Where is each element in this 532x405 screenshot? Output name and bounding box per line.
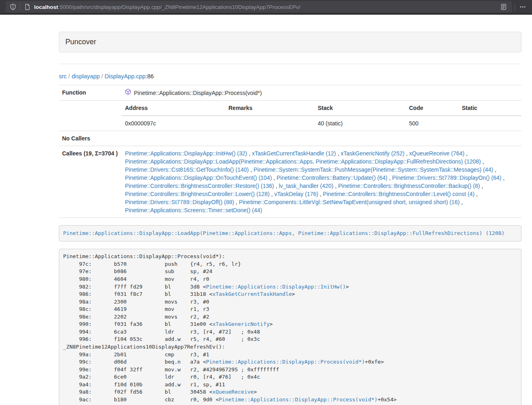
- callers-row-label: No Callers: [59, 131, 122, 146]
- code-value: 500: [406, 116, 459, 131]
- callee-link[interactable]: Pinetime::Applications::Screens::Timer::…: [125, 207, 262, 213]
- metrics-data-row: 0x0000097c 40 (static) 500: [122, 116, 521, 131]
- page-container: Puncover src / displayapp / DisplayApp.c…: [59, 32, 521, 405]
- col-header-address: Address: [122, 101, 225, 116]
- col-header-stack: Stack: [314, 101, 406, 116]
- callee-link[interactable]: vTaskDelay (176): [274, 191, 318, 197]
- function-name: Pinetime::Applications::DisplayApp::Proc…: [134, 89, 262, 97]
- address-value: 0x0000097c: [122, 116, 225, 131]
- callee-link[interactable]: xTaskGenericNotify (252): [340, 150, 404, 157]
- function-row-label: Function: [59, 85, 122, 101]
- url-path: :5000/path/src/displayapp/DisplayApp.cpp…: [58, 4, 300, 10]
- col-header-static: Static: [459, 101, 521, 116]
- callee-link[interactable]: lv_task_handler (420): [279, 183, 334, 189]
- asm-symbol-link[interactable]: xQueueReceive: [212, 389, 254, 395]
- page-title: Puncover: [65, 38, 96, 46]
- shield-icon[interactable]: [9, 3, 17, 11]
- toolbar-divider: [20, 4, 20, 10]
- callees-row-label: Callees (19, Σ=3704 ): [59, 146, 122, 218]
- callee-link[interactable]: xTaskGetCurrentTaskHandle (12): [252, 150, 336, 157]
- remarks-value: [225, 116, 314, 131]
- url-text[interactable]: localhost:5000/path/src/displayapp/Displ…: [34, 4, 495, 10]
- breadcrumb: src / displayapp / DisplayApp.cpp:86: [59, 73, 521, 80]
- app-header-panel: Puncover: [59, 32, 521, 52]
- callee-link[interactable]: Pinetime::Applications::DisplayApp::Init…: [125, 150, 247, 157]
- asm-symbol-link[interactable]: xTaskGenericNotify: [212, 321, 269, 327]
- breadcrumb-link-file[interactable]: DisplayApp.cpp: [105, 73, 146, 80]
- callee-link[interactable]: Pinetime::Applications::DisplayApp::Load…: [125, 158, 481, 165]
- toolbar-divider: [515, 4, 515, 10]
- callee-link[interactable]: Pinetime::Applications::DisplayApp::OnTo…: [125, 174, 272, 181]
- breadcrumb-separator: /: [100, 73, 105, 80]
- callee-link[interactable]: Pinetime::Controllers::Battery::Update()…: [277, 174, 388, 181]
- callee-link[interactable]: Pinetime::Controllers::BrightnessControl…: [323, 191, 474, 197]
- stack-value: 40 (static): [314, 116, 406, 131]
- function-info-table: Function Pinetime::Applications::Display…: [59, 85, 521, 218]
- breadcrumb-separator: /: [67, 73, 71, 80]
- breadcrumb-link-src[interactable]: src: [59, 73, 67, 80]
- callers-row: No Callers: [59, 131, 521, 146]
- metrics-header-row: Address Remarks Stack Code Static: [122, 101, 521, 116]
- callee-link[interactable]: Pinetime::Controllers::BrightnessControl…: [125, 191, 269, 197]
- selected-symbol-box: Pinetime::Applications::DisplayApp::Load…: [59, 225, 521, 241]
- address-bar[interactable]: localhost:5000/path/src/displayapp/Displ…: [6, 1, 512, 13]
- metrics-row: Address Remarks Stack Code Static 0x0000…: [59, 101, 521, 131]
- callee-link[interactable]: Pinetime::Drivers::St7789::DisplayOff() …: [125, 199, 234, 205]
- reader-mode-button[interactable]: [498, 2, 509, 12]
- callee-link[interactable]: Pinetime::Controllers::BrightnessControl…: [125, 183, 274, 189]
- function-cube-icon: [125, 88, 131, 97]
- callee-link[interactable]: Pinetime::Components::LittleVgl::SetNewT…: [239, 199, 460, 205]
- url-host: localhost: [34, 4, 58, 10]
- col-header-code: Code: [406, 101, 459, 116]
- callee-link[interactable]: xQueueReceive (764): [409, 150, 464, 157]
- static-value: [459, 116, 521, 131]
- callees-list: Pinetime::Applications::DisplayApp::Init…: [122, 146, 521, 218]
- assembly-listing: Pinetime::Applications::DisplayApp::Proc…: [59, 249, 521, 405]
- breadcrumb-link-displayapp[interactable]: displayapp: [71, 73, 99, 80]
- asm-symbol-link[interactable]: Pinetime::Applications::DisplayApp::Init…: [206, 284, 346, 290]
- asm-symbol-link[interactable]: Pinetime::Applications::DisplayApp::Proc…: [219, 396, 377, 403]
- metrics-table: Address Remarks Stack Code Static 0x0000…: [122, 101, 521, 131]
- browser-toolbar: localhost:5000/path/src/displayapp/Displ…: [0, 0, 532, 15]
- callees-row: Callees (19, Σ=3704 ) Pinetime::Applicat…: [59, 146, 521, 218]
- asm-symbol-link[interactable]: Pinetime::Applications::DisplayApp::Proc…: [206, 359, 365, 365]
- callee-link[interactable]: Pinetime::Controllers::BrightnessControl…: [338, 183, 480, 189]
- callee-link[interactable]: Pinetime::System::SystemTask::PushMessag…: [254, 166, 493, 173]
- callee-link[interactable]: Pinetime::Drivers::Cst816S::GetTouchInfo…: [125, 166, 249, 173]
- breadcrumb-line-number: :86: [146, 73, 154, 80]
- page-icon[interactable]: [23, 3, 31, 11]
- function-row: Function Pinetime::Applications::Display…: [59, 85, 521, 101]
- divider: [59, 64, 521, 64]
- asm-symbol-link[interactable]: xTaskGetCurrentTaskHandle: [212, 291, 292, 297]
- col-header-remarks: Remarks: [225, 101, 314, 116]
- selected-symbol-link[interactable]: Pinetime::Applications::DisplayApp::Load…: [63, 230, 505, 236]
- callee-link[interactable]: Pinetime::Drivers::St7789::DisplayOn() (…: [392, 174, 501, 181]
- menu-ellipsis-button[interactable]: [517, 2, 528, 12]
